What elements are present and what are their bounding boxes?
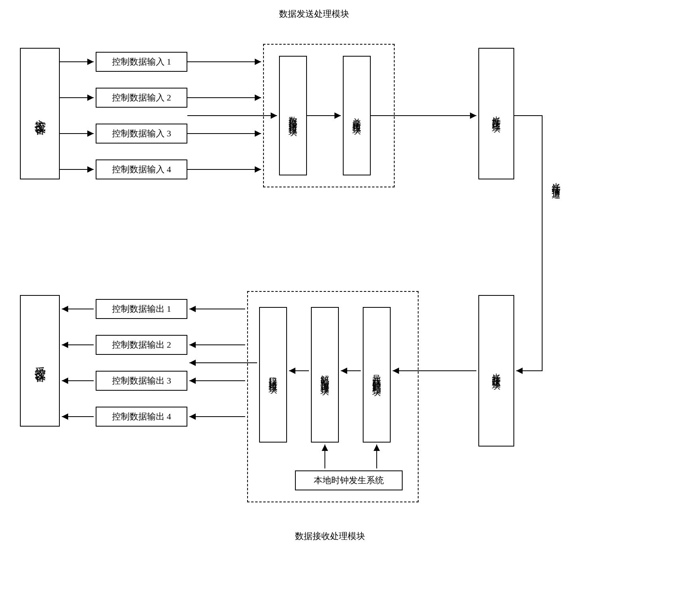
data-interface-convert: 数据接口转换模块 bbox=[279, 56, 307, 175]
output-4: 控制数据输出 4 bbox=[96, 407, 187, 427]
interface-convert: 接口转换模块 bbox=[259, 307, 287, 443]
recv-inner1-label: 接口转换模块 bbox=[267, 370, 279, 380]
decode-output-select: 解码输出选择模块 bbox=[311, 307, 339, 443]
output-3: 控制数据输出 3 bbox=[96, 371, 187, 391]
output-2: 控制数据输出 2 bbox=[96, 335, 187, 355]
input-3: 控制数据输入 3 bbox=[96, 124, 187, 144]
send-inner1-label: 数据接口转换模块 bbox=[287, 109, 299, 122]
recv-inner3-label: 异步双时钟解码模块 bbox=[371, 368, 383, 382]
title-top: 数据发送处理模块 bbox=[279, 8, 349, 20]
input-1: 控制数据输入 1 bbox=[96, 52, 187, 72]
fiber-recv-module: 光纤接收模块 bbox=[478, 295, 514, 447]
master-label: 主控设备 bbox=[32, 110, 47, 117]
fiber-channel-label: 光纤传输通道 bbox=[550, 175, 562, 185]
slave-device: 受控设备 bbox=[20, 295, 60, 427]
output-1: 控制数据输出 1 bbox=[96, 299, 187, 319]
fiber-recv-label: 光纤接收模块 bbox=[490, 366, 502, 376]
master-device: 主控设备 bbox=[20, 48, 60, 179]
send-inner2-label: 并串转换模块 bbox=[351, 111, 363, 120]
local-clock-system: 本地时钟发生系统 bbox=[295, 470, 403, 490]
title-bottom: 数据接收处理模块 bbox=[295, 530, 365, 542]
async-dual-clock-decode: 异步双时钟解码模块 bbox=[363, 307, 391, 443]
fiber-send-module: 光纤发送模块 bbox=[478, 48, 514, 179]
recv-inner2-label: 解码输出选择模块 bbox=[319, 368, 331, 381]
block-diagram: 数据发送处理模块 主控设备 控制数据输入 1 控制数据输入 2 控制数据输入 3… bbox=[16, 16, 674, 574]
input-4: 控制数据输入 4 bbox=[96, 159, 187, 179]
input-2: 控制数据输入 2 bbox=[96, 88, 187, 108]
parallel-serial-convert: 并串转换模块 bbox=[343, 56, 371, 175]
fiber-send-label: 光纤发送模块 bbox=[490, 109, 502, 118]
slave-label: 受控设备 bbox=[32, 358, 47, 364]
